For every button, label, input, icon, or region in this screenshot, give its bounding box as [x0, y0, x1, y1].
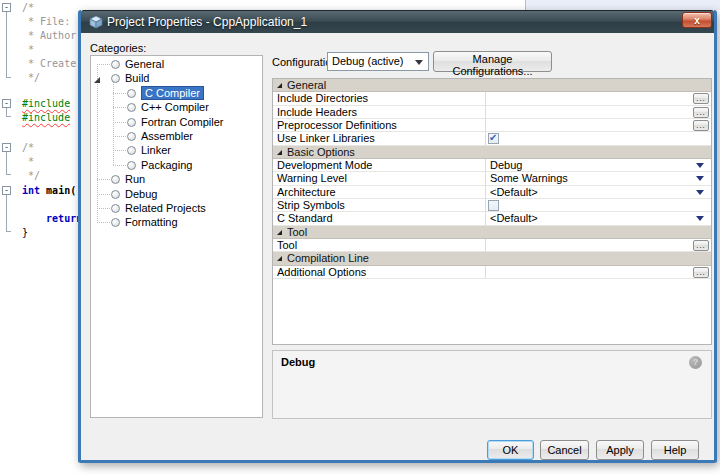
tree-item-c-compiler[interactable]: C Compiler: [91, 86, 262, 101]
property-value-include-directories: ...: [486, 92, 711, 104]
configuration-select[interactable]: Debug (active): [327, 52, 429, 71]
sheet-row-c-standard: C Standard<Default>: [273, 212, 711, 225]
sheet-row-additional-options: Additional Options...: [273, 266, 711, 279]
code-line: *: [22, 156, 34, 168]
fold-guide-line: [6, 152, 11, 175]
browse-ellipsis-button[interactable]: ...: [693, 93, 709, 104]
property-label: Tool: [273, 239, 486, 251]
tree-item-debug[interactable]: Debug: [91, 187, 262, 202]
checkbox-use-linker-libraries[interactable]: [488, 133, 499, 144]
code-line: #include: [22, 112, 70, 124]
browse-ellipsis-button[interactable]: ...: [693, 107, 709, 118]
checkbox-strip-symbols[interactable]: [488, 200, 499, 211]
section-collapse-icon: [277, 256, 282, 261]
dialog-titlebar[interactable]: Project Properties - CppApplication_1 x: [81, 10, 714, 33]
tree-item-label: C Compiler: [141, 86, 204, 100]
tree-item-label: Run: [125, 173, 145, 185]
tree-item-label: Related Projects: [125, 202, 206, 214]
sheet-row-architecture: Architecture<Default>: [273, 186, 711, 199]
tree-item-build[interactable]: Build: [91, 71, 262, 86]
sheet-section-tool[interactable]: Tool: [273, 226, 711, 239]
property-label: Include Directories: [273, 92, 486, 104]
property-value-tool: ...: [486, 239, 711, 251]
category-icon: [127, 161, 136, 170]
property-label: Strip Symbols: [273, 199, 486, 211]
fold-collapse-icon[interactable]: -: [2, 143, 11, 152]
tree-item-linker[interactable]: Linker: [91, 143, 262, 158]
tree-connector: [97, 64, 110, 65]
tree-item-fortran-compiler[interactable]: Fortran Compiler: [91, 115, 262, 130]
sheet-row-warning-level: Warning LevelSome Warnings: [273, 172, 711, 185]
sheet-section-general[interactable]: General: [273, 79, 711, 92]
browse-ellipsis-button[interactable]: ...: [693, 240, 709, 251]
tree-item-formatting[interactable]: Formatting: [91, 215, 262, 230]
tree-item-cpp-compiler[interactable]: C++ Compiler: [91, 100, 262, 115]
tree-expanded-icon[interactable]: [94, 77, 100, 83]
property-value-development-mode[interactable]: Debug: [486, 159, 711, 171]
chevron-down-icon: [696, 176, 704, 181]
section-collapse-icon: [277, 83, 282, 88]
categories-label: Categories:: [90, 42, 146, 54]
tree-item-label: Formatting: [125, 216, 178, 228]
code-line: return: [22, 213, 82, 225]
browse-ellipsis-button[interactable]: ...: [693, 120, 709, 131]
tree-item-run[interactable]: Run: [91, 172, 262, 187]
code-line: */: [22, 170, 40, 182]
tree-item-label: Packaging: [141, 159, 192, 171]
sheet-row-include-headers: Include Headers...: [273, 106, 711, 119]
tree-connector: [113, 136, 126, 137]
property-value-architecture[interactable]: <Default>: [486, 186, 711, 198]
category-icon: [111, 74, 120, 83]
fold-collapse-icon[interactable]: -: [2, 3, 11, 12]
categories-tree[interactable]: GeneralBuildC CompilerC++ CompilerFortra…: [90, 55, 263, 418]
property-value-use-linker-libraries: [486, 132, 711, 144]
code-editor[interactable]: ---- /* * File: * Author * * Create */#i…: [0, 0, 90, 475]
code-line: int main(: [22, 185, 76, 197]
sheet-section-basic-options[interactable]: Basic Options: [273, 146, 711, 159]
help-button[interactable]: Help: [651, 440, 699, 460]
tree-item-label: Fortran Compiler: [141, 116, 224, 128]
property-value-c-standard[interactable]: <Default>: [486, 212, 711, 224]
fold-collapse-icon[interactable]: -: [2, 99, 11, 108]
property-value-additional-options: ...: [486, 266, 711, 278]
section-title: Tool: [287, 226, 307, 238]
sheet-row-development-mode: Development ModeDebug: [273, 159, 711, 172]
sheet-row-strip-symbols: Strip Symbols: [273, 199, 711, 212]
category-icon: [111, 60, 120, 69]
tree-item-label: Linker: [141, 144, 171, 156]
section-collapse-icon: [277, 150, 282, 155]
close-icon[interactable]: x: [682, 12, 712, 28]
section-title: Basic Options: [287, 146, 355, 158]
property-value-include-headers: ...: [486, 106, 711, 118]
ok-button[interactable]: OK: [487, 440, 534, 460]
code-line: /*: [22, 142, 34, 154]
description-title: Debug: [281, 356, 315, 368]
apply-button[interactable]: Apply: [596, 440, 644, 460]
property-label: Warning Level: [273, 172, 486, 184]
sheet-section-compilation-line[interactable]: Compilation Line: [273, 252, 711, 265]
browse-ellipsis-button[interactable]: ...: [693, 267, 709, 278]
category-icon: [127, 118, 136, 127]
tree-item-related-projects[interactable]: Related Projects: [91, 201, 262, 216]
property-sheet: GeneralInclude Directories...Include Hea…: [272, 78, 712, 345]
chevron-down-icon: [415, 60, 423, 65]
category-icon: [111, 190, 120, 199]
cancel-button[interactable]: Cancel: [540, 440, 589, 460]
fold-collapse-icon[interactable]: -: [2, 186, 11, 195]
tree-item-general[interactable]: General: [91, 57, 262, 72]
chevron-down-icon: [696, 216, 704, 221]
tree-item-label: Debug: [125, 188, 157, 200]
code-line: */: [22, 72, 40, 84]
combo-value: Debug: [490, 159, 522, 171]
chevron-down-icon: [696, 163, 704, 168]
property-value-warning-level[interactable]: Some Warnings: [486, 172, 711, 184]
code-line: }: [22, 227, 28, 239]
manage-configurations-button[interactable]: Manage Configurations...: [433, 51, 552, 72]
tree-item-assembler[interactable]: Assembler: [91, 129, 262, 144]
property-label: Include Headers: [273, 106, 486, 118]
code-line: * File:: [22, 16, 70, 28]
tree-connector: [113, 165, 126, 166]
code-line: #include: [22, 98, 70, 110]
tree-item-label: Assembler: [141, 130, 193, 142]
tree-item-packaging[interactable]: Packaging: [91, 158, 262, 173]
